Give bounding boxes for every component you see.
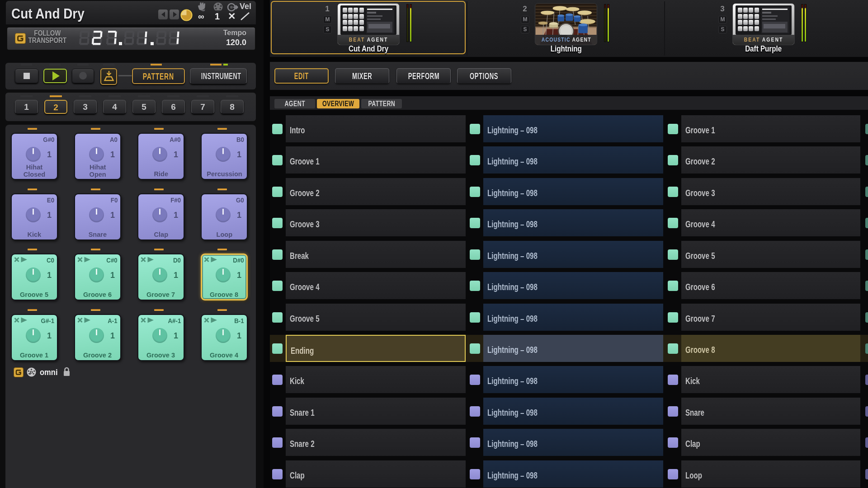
svg-text:P: P (30, 370, 33, 375)
